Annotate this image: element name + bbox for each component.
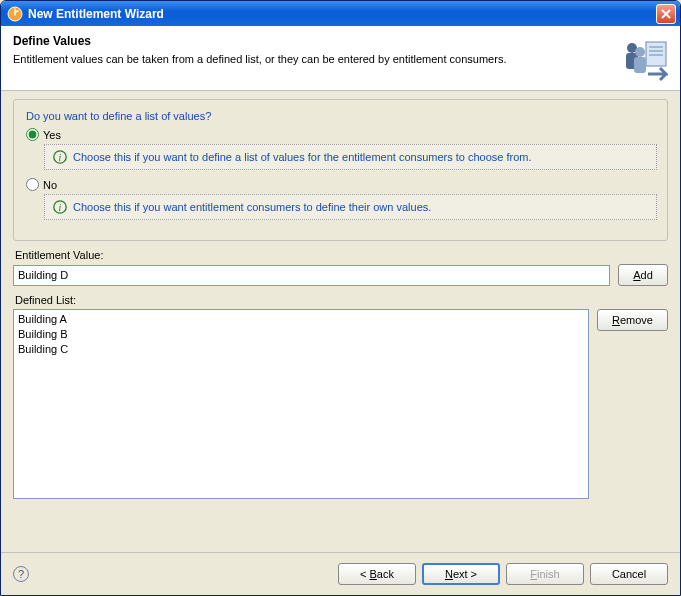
values-question-group: Do you want to define a list of values? … xyxy=(13,99,668,241)
finish-button[interactable]: Finish xyxy=(506,563,584,585)
defined-list-label: Defined List: xyxy=(15,294,666,306)
next-button[interactable]: Next > xyxy=(422,563,500,585)
add-button[interactable]: Add xyxy=(618,264,668,286)
info-yes-text: Choose this if you want to define a list… xyxy=(73,151,532,163)
defined-list[interactable]: Building ABuilding BBuilding C xyxy=(13,309,589,499)
radio-no-input[interactable] xyxy=(26,178,39,191)
info-yes: i Choose this if you want to define a li… xyxy=(44,144,657,170)
wizard-banner-icon xyxy=(618,34,668,84)
window-title: New Entitlement Wizard xyxy=(28,7,656,21)
wizard-content: Do you want to define a list of values? … xyxy=(1,91,680,511)
info-no: i Choose this if you want entitlement co… xyxy=(44,194,657,220)
add-button-rest: dd xyxy=(641,269,653,281)
info-icon: i xyxy=(53,200,67,214)
page-description: Entitlement values can be taken from a d… xyxy=(13,53,610,65)
radio-yes[interactable]: Yes xyxy=(26,128,655,141)
wizard-window: New Entitlement Wizard Define Values Ent… xyxy=(0,0,681,596)
app-icon xyxy=(7,6,23,22)
cancel-button[interactable]: Cancel xyxy=(590,563,668,585)
entitlement-value-input[interactable] xyxy=(13,265,610,286)
close-button[interactable] xyxy=(656,4,676,24)
radio-no-label: No xyxy=(43,179,57,191)
back-button[interactable]: < Back xyxy=(338,563,416,585)
svg-point-7 xyxy=(635,47,645,57)
remove-button-rest: emove xyxy=(620,314,653,326)
info-no-text: Choose this if you want entitlement cons… xyxy=(73,201,431,213)
wizard-header: Define Values Entitlement values can be … xyxy=(1,26,680,91)
remove-button[interactable]: Remove xyxy=(597,309,668,331)
svg-text:i: i xyxy=(59,202,62,213)
radio-yes-input[interactable] xyxy=(26,128,39,141)
radio-no[interactable]: No xyxy=(26,178,655,191)
info-icon: i xyxy=(53,150,67,164)
titlebar: New Entitlement Wizard xyxy=(1,1,680,26)
svg-text:i: i xyxy=(59,152,62,163)
svg-rect-8 xyxy=(634,57,646,73)
list-item[interactable]: Building A xyxy=(18,312,584,327)
svg-rect-1 xyxy=(646,42,666,66)
wizard-button-bar: ? < Back Next > Finish Cancel xyxy=(1,552,680,595)
list-item[interactable]: Building B xyxy=(18,327,584,342)
page-title: Define Values xyxy=(13,34,610,48)
radio-yes-label: Yes xyxy=(43,129,61,141)
help-icon[interactable]: ? xyxy=(13,566,29,582)
entitlement-value-label: Entitlement Value: xyxy=(15,249,666,261)
group-question: Do you want to define a list of values? xyxy=(26,110,655,122)
list-item[interactable]: Building C xyxy=(18,342,584,357)
